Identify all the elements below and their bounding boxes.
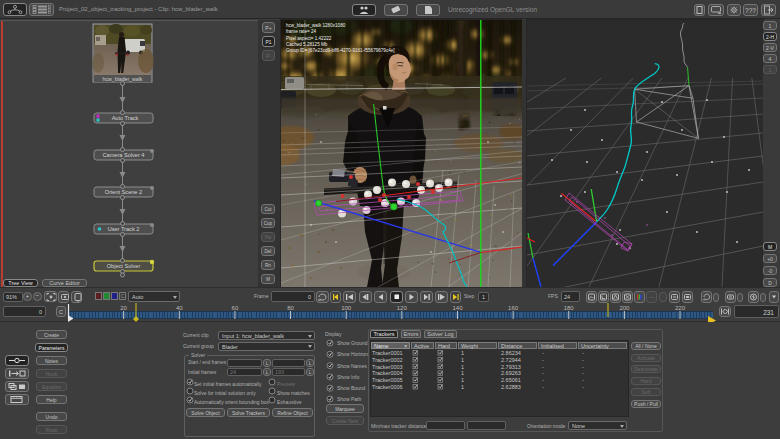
svg-text:120: 120 [397,305,408,311]
svg-text:180: 180 [564,305,575,311]
svg-text:100: 100 [341,305,352,311]
svg-text:Object Solver: Object Solver [107,263,141,269]
svg-text:Tracker0006: Tracker0006 [372,384,403,390]
svg-text:hcw_blader_walk: hcw_blader_walk [103,76,143,82]
svg-text:20: 20 [120,305,127,311]
svg-text:2.69263: 2.69263 [501,370,521,376]
svg-text:-: - [542,370,544,376]
svg-text:Camera Solver 4: Camera Solver 4 [103,152,145,158]
svg-text:2.79313: 2.79313 [501,364,521,370]
svg-text:40: 40 [176,305,183,311]
svg-text:160: 160 [508,305,519,311]
svg-text:User Track 2: User Track 2 [108,226,140,232]
svg-text:Pixel aspect= 1.42222: Pixel aspect= 1.42222 [286,36,332,41]
svg-text:-: - [542,377,544,383]
svg-text:1: 1 [461,350,464,356]
svg-text:Cached 5.28125 Mb: Cached 5.28125 Mb [286,42,328,47]
svg-text:-: - [582,377,584,383]
svg-text:220: 220 [675,305,686,311]
svg-text:Tracker0001: Tracker0001 [372,350,403,356]
svg-text:1: 1 [461,370,464,376]
svg-text:-: - [542,384,544,390]
svg-text:Group ID= [67e23cd9-bff6-4270-: Group ID= [67e23cd9-bff6-4270-9161-f5567… [286,48,395,53]
svg-text:Tracker0005: Tracker0005 [372,377,403,383]
svg-text:-: - [582,370,584,376]
svg-text:140: 140 [452,305,463,311]
svg-text:Tracker0004: Tracker0004 [372,370,403,376]
svg-text:2.86234: 2.86234 [501,350,521,356]
svg-text:Tracker0002: Tracker0002 [372,357,403,363]
svg-text:1: 1 [461,364,464,370]
svg-text:-: - [542,364,544,370]
svg-text:-: - [542,350,544,356]
svg-text:200: 200 [619,305,630,311]
svg-text:-: - [582,384,584,390]
svg-text:1: 1 [461,377,464,383]
svg-text:Auto Track: Auto Track [112,115,139,121]
svg-text:2.72944: 2.72944 [501,357,521,363]
svg-text:hcw_blader_walk 1280x1080: hcw_blader_walk 1280x1080 [286,23,346,28]
svg-text:Orient Scene 2: Orient Scene 2 [105,189,142,195]
svg-text:1: 1 [461,357,464,363]
svg-text:-: - [542,357,544,363]
svg-text:60: 60 [232,305,239,311]
svg-text:-: - [582,364,584,370]
svg-text:-: - [582,350,584,356]
svg-text:-: - [582,357,584,363]
svg-text:2.62883: 2.62883 [501,384,521,390]
svg-text:1: 1 [461,384,464,390]
svg-text:frame rate= 24: frame rate= 24 [286,29,316,34]
svg-text:Tracker0003: Tracker0003 [372,364,403,370]
svg-text:80: 80 [287,305,294,311]
svg-text:2.65061: 2.65061 [501,377,521,383]
